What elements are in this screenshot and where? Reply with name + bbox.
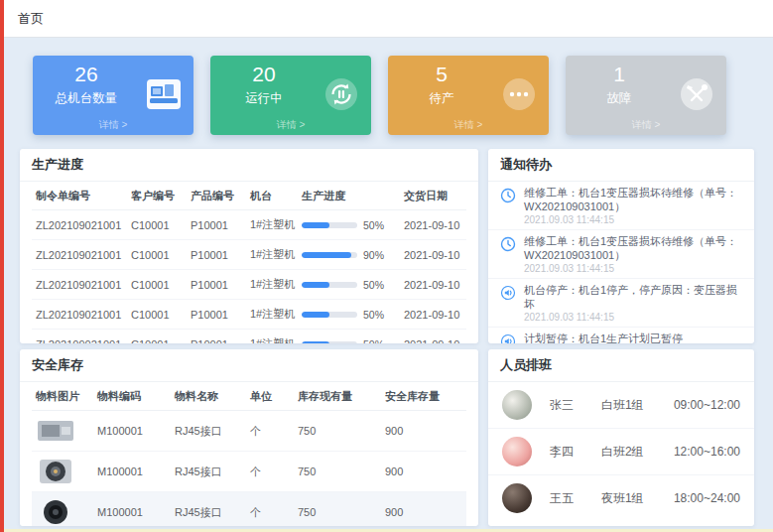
progress-track bbox=[302, 222, 357, 228]
product-number: P10001 bbox=[187, 300, 246, 330]
progress-track bbox=[302, 312, 357, 318]
order-number: ZL202109021001 bbox=[32, 300, 127, 330]
machine-name: 1#注塑机 bbox=[246, 300, 298, 330]
material-name: RJ45接口 bbox=[171, 492, 246, 527]
safety-quantity: 900 bbox=[381, 411, 466, 452]
material-image-rj45 bbox=[36, 417, 75, 445]
tools-icon bbox=[679, 76, 714, 112]
progress-fill bbox=[302, 341, 329, 344]
detail-link[interactable]: 详情 > bbox=[33, 118, 193, 132]
shift-time: 12:00~16:00 bbox=[674, 445, 740, 459]
panel-title-inventory: 安全库存 bbox=[20, 349, 478, 382]
notification-item[interactable]: 计划暂停：机台1生产计划已暂停 2021.09.03 11:44:15 bbox=[488, 328, 754, 343]
shift-time: 18:00~24:00 bbox=[674, 491, 740, 505]
progress-text: 90% bbox=[363, 249, 384, 261]
notification-time: 2021.09.03 11:44:15 bbox=[524, 263, 742, 274]
shift-label: 白班2组 bbox=[601, 444, 674, 461]
material-unit: 个 bbox=[246, 492, 294, 527]
shift-label: 夜班1组 bbox=[601, 490, 674, 507]
notification-list: 维修工单：机台1变压器损坏待维修（单号：WX202109031001） 2021… bbox=[488, 182, 754, 343]
machine-icon bbox=[146, 76, 182, 112]
stat-card-standby: 5 待产 详情 > bbox=[388, 56, 549, 135]
stat-value: 1 bbox=[566, 63, 673, 86]
production-header-row: 制令单编号 客户编号 产品编号 机台 生产进度 交货日期 bbox=[32, 182, 466, 210]
order-number: ZL202109021001 bbox=[32, 330, 127, 344]
progress-track bbox=[302, 282, 357, 288]
employee-name: 张三 bbox=[550, 397, 601, 414]
shift-time: 09:00~12:00 bbox=[674, 398, 740, 412]
progress-fill bbox=[302, 312, 329, 318]
material-code: M100001 bbox=[93, 411, 171, 452]
notification-text: 机台停产：机台1停产，停产原因：变压器损坏 bbox=[524, 283, 742, 311]
notification-item[interactable]: 维修工单：机台1变压器损坏待维修（单号：WX202109031001） 2021… bbox=[488, 230, 754, 279]
customer-number: C10001 bbox=[127, 300, 187, 330]
detail-link[interactable]: 详情 > bbox=[210, 118, 371, 132]
notification-text: 计划暂停：机台1生产计划已暂停 bbox=[524, 332, 683, 343]
schedule-row: 张三 白班1组 09:00~12:00 bbox=[488, 382, 754, 429]
progress-cell: 50% bbox=[298, 330, 400, 344]
production-row: ZL202109021001 C10001 P10001 1#注塑机 50% 2… bbox=[32, 210, 466, 240]
stock-quantity: 750 bbox=[294, 411, 381, 452]
delivery-date: 2021-09-10 bbox=[400, 240, 466, 270]
material-code: M100001 bbox=[93, 452, 171, 492]
material-image-circular-connector bbox=[36, 458, 75, 485]
production-progress-panel: 生产进度 制令单编号 客户编号 产品编号 机台 生产进度 交货日期 Z bbox=[20, 149, 478, 343]
column-header: 生产进度 bbox=[298, 182, 400, 210]
detail-link[interactable]: 详情 > bbox=[388, 118, 549, 132]
column-header: 产品编号 bbox=[187, 182, 246, 210]
customer-number: C10001 bbox=[127, 270, 187, 300]
stat-label: 故障 bbox=[566, 90, 673, 107]
speaker-icon bbox=[500, 333, 516, 343]
clock-icon bbox=[500, 236, 516, 252]
tab-home[interactable]: 首页 bbox=[18, 10, 44, 28]
column-header: 物料图片 bbox=[32, 382, 93, 411]
notification-text: 维修工单：机台1变压器损坏待维修（单号：WX202109031001） bbox=[524, 234, 742, 262]
customer-number: C10001 bbox=[127, 210, 187, 240]
notification-body: 维修工单：机台1变压器损坏待维修（单号：WX202109031001） 2021… bbox=[524, 234, 742, 274]
stat-card-running: 20 运行中 详情 > bbox=[210, 56, 371, 135]
topbar: 首页 bbox=[4, 0, 773, 38]
order-number: ZL202109021001 bbox=[32, 270, 127, 300]
stat-label: 待产 bbox=[388, 90, 495, 107]
stat-card-total-machines: 26 总机台数量 详情 > bbox=[33, 56, 193, 135]
delivery-date: 2021-09-10 bbox=[400, 210, 466, 240]
employee-name: 李四 bbox=[550, 444, 601, 461]
detail-link[interactable]: 详情 > bbox=[566, 118, 726, 132]
stat-value: 5 bbox=[388, 63, 495, 86]
avatar bbox=[502, 437, 532, 466]
production-row: ZL202109021001 C10001 P10001 1#注塑机 50% 2… bbox=[32, 270, 466, 300]
safety-stock-panel: 安全库存 物料图片 物料编码 物料名称 单位 库存现有量 安全库存量 bbox=[20, 349, 478, 526]
machine-name: 1#注塑机 bbox=[246, 240, 298, 270]
notification-body: 计划暂停：机台1生产计划已暂停 2021.09.03 11:44:15 bbox=[524, 332, 683, 343]
delivery-date: 2021-09-10 bbox=[400, 270, 466, 300]
avatar bbox=[502, 390, 532, 420]
schedule-list: 张三 白班1组 09:00~12:00 李四 白班2组 12:00~16:00 … bbox=[488, 382, 754, 521]
material-image-speaker bbox=[36, 498, 75, 526]
inventory-table: 物料图片 物料编码 物料名称 单位 库存现有量 安全库存量 M100001 RJ… bbox=[32, 382, 466, 526]
customer-number: C10001 bbox=[127, 330, 187, 344]
notification-text: 维修工单：机台1变压器损坏待维修（单号：WX202109031001） bbox=[524, 186, 742, 213]
material-code: M100001 bbox=[93, 492, 171, 527]
schedule-row: 王五 夜班1组 18:00~24:00 bbox=[488, 475, 754, 521]
panel-title-schedule: 人员排班 bbox=[488, 349, 754, 382]
inventory-row: M100001 RJ45接口 个 750 900 bbox=[32, 452, 466, 492]
progress-cell: 90% bbox=[298, 240, 400, 270]
column-header: 库存现有量 bbox=[294, 382, 381, 411]
material-name: RJ45接口 bbox=[171, 411, 246, 452]
progress-cell: 50% bbox=[298, 300, 400, 330]
product-number: P10001 bbox=[187, 210, 246, 240]
material-image-cell bbox=[32, 411, 93, 452]
material-unit: 个 bbox=[246, 411, 294, 452]
column-header: 单位 bbox=[246, 382, 294, 411]
notification-body: 维修工单：机台1变压器损坏待维修（单号：WX202109031001） 2021… bbox=[524, 186, 742, 225]
column-header: 安全库存量 bbox=[381, 382, 466, 411]
production-row: ZL202109021001 C10001 P10001 1#注塑机 50% 2… bbox=[32, 300, 466, 330]
notification-item[interactable]: 机台停产：机台1停产，停产原因：变压器损坏 2021.09.03 11:44:1… bbox=[488, 279, 754, 328]
delivery-date: 2021-09-10 bbox=[400, 330, 466, 344]
notification-item[interactable]: 维修工单：机台1变压器损坏待维修（单号：WX202109031001） 2021… bbox=[488, 182, 754, 230]
progress-cell: 50% bbox=[298, 270, 400, 300]
stat-value: 26 bbox=[33, 63, 140, 86]
column-header: 制令单编号 bbox=[32, 182, 127, 210]
material-unit: 个 bbox=[246, 452, 294, 492]
progress-track bbox=[302, 252, 357, 258]
